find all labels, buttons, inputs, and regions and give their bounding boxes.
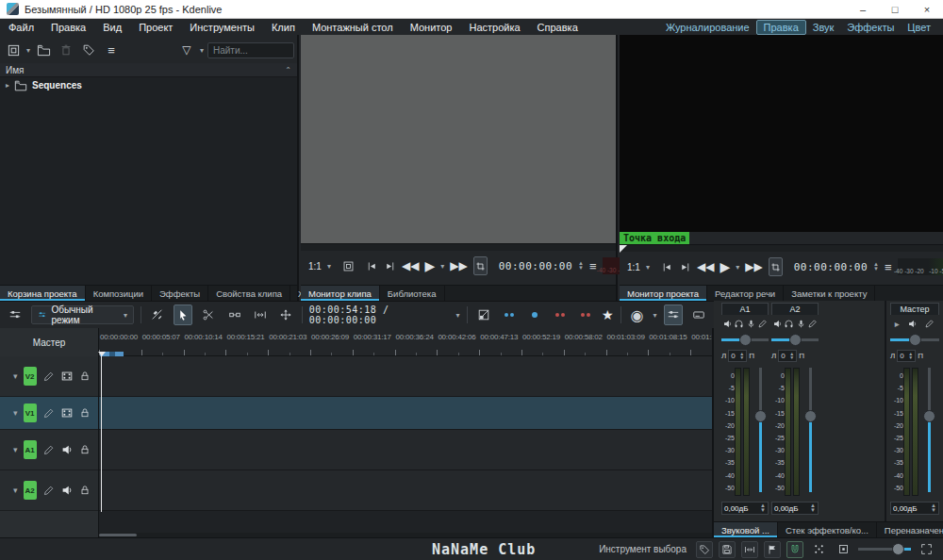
track-lane[interactable] [99, 356, 712, 397]
project-monitor-tab[interactable]: Заметки к проекту [784, 286, 875, 301]
gain-value-box[interactable]: 0,00дБ▲▼ [771, 502, 819, 515]
project-monitor-tab[interactable]: Монитор проекта [620, 286, 707, 301]
mute-icon[interactable] [907, 319, 918, 329]
show-effects-icon[interactable] [757, 319, 768, 329]
balance-knob[interactable] [789, 334, 802, 346]
master-track-label[interactable]: Мастер [0, 328, 98, 356]
menu-item[interactable]: Монтажный стол [304, 21, 402, 34]
track-badge[interactable]: V1 [24, 404, 37, 422]
zoom-slider-knob[interactable] [892, 543, 904, 555]
audio-track-icon[interactable] [60, 443, 74, 456]
mute-icon[interactable] [772, 319, 783, 329]
fader-knob[interactable] [754, 410, 767, 422]
project-timecode[interactable]: 00:00:00:00 [794, 261, 868, 273]
mark-in-icon[interactable] [366, 256, 378, 275]
composite-icon[interactable] [474, 305, 493, 325]
mute-icon[interactable] [722, 319, 733, 329]
zone-mode-button[interactable] [473, 256, 488, 275]
pan-value-box[interactable]: 0▲▼ [897, 350, 916, 362]
project-monitor-menu-icon[interactable]: ≡ [885, 257, 892, 276]
bin-tab[interactable]: Эффекты [152, 286, 208, 301]
record-icon[interactable]: ◉ [627, 305, 646, 325]
search-input[interactable] [207, 42, 294, 58]
bin-tab[interactable]: Корзина проекта [0, 286, 86, 301]
maximize-button[interactable]: □ [879, 0, 911, 18]
collapse-track-icon[interactable]: ▾ [13, 371, 18, 381]
close-button[interactable]: × [911, 0, 943, 18]
mixer-toggle-button[interactable] [664, 305, 683, 325]
menu-item[interactable]: Клип [263, 21, 304, 34]
subtitle-toggle-button[interactable] [689, 305, 708, 325]
timeline-timecode[interactable]: 00:00:54:18 / 00:00:00:00 [309, 305, 450, 325]
rewind-button[interactable]: ◀◀ [697, 260, 714, 273]
edit-mode-dropdown[interactable]: Обычный режим ▾ [31, 305, 134, 324]
menu-item[interactable]: Монитор [402, 21, 461, 34]
fit-zoom-button[interactable] [834, 540, 852, 559]
track-header[interactable]: ▾ V1 [0, 397, 98, 430]
clip-monitor-tab[interactable]: Библиотека [380, 286, 445, 301]
fader-knob[interactable] [804, 410, 817, 422]
snap-magnet-button[interactable] [786, 541, 803, 558]
channel-label[interactable]: Мастер [890, 303, 939, 315]
forward-button[interactable]: ▶▶ [450, 259, 467, 272]
mark-out-icon[interactable] [384, 256, 396, 275]
flag-button[interactable] [764, 541, 781, 558]
overwrite-zone-icon[interactable] [525, 305, 544, 325]
timeline-zoom-slider[interactable] [858, 543, 911, 555]
track-settings-icon[interactable] [6, 305, 25, 325]
monitor-headphones-icon[interactable] [734, 319, 744, 329]
bin-tab[interactable]: Свойства клипа [208, 286, 290, 301]
play-dropdown-icon[interactable]: ▾ [440, 262, 444, 271]
balance-slider[interactable] [771, 333, 819, 346]
volume-fader[interactable] [753, 366, 768, 498]
project-monitor-tab[interactable]: Редактор речи [707, 286, 784, 301]
record-mic-icon[interactable] [746, 319, 756, 329]
extract-zone-icon[interactable] [551, 305, 570, 325]
menu-item[interactable]: Проект [130, 21, 181, 34]
workspace-tab[interactable]: Цвет [901, 21, 937, 34]
track-badge[interactable]: V2 [24, 367, 37, 386]
timeline-ruler[interactable]: 00:00:00:0000:00:05:0700:00:10:1400:00:1… [99, 328, 712, 356]
fader-knob[interactable] [923, 410, 935, 422]
show-effects-icon[interactable] [807, 319, 818, 329]
audio-track-icon[interactable] [60, 484, 74, 497]
track-header[interactable]: ▾ A2 [0, 470, 98, 511]
mark-out-icon[interactable] [679, 257, 691, 276]
scroll-thumb[interactable] [99, 534, 137, 536]
bin-tab[interactable]: Композиции [86, 286, 152, 301]
track-lanes[interactable] [99, 356, 712, 511]
gain-value-box[interactable]: 0,00дБ▲▼ [890, 502, 939, 515]
mixer-tab[interactable]: Стек эффектов/ко... [778, 522, 877, 537]
collapse-mixer-icon[interactable]: ▸ [895, 319, 900, 329]
minimize-button[interactable]: – [847, 0, 879, 18]
menu-item[interactable]: Справка [529, 21, 587, 34]
menu-item[interactable]: Вид [94, 21, 130, 34]
razor-tool-button[interactable] [199, 305, 218, 325]
tag-toggle-button[interactable] [696, 541, 713, 558]
bin-column-header[interactable]: Имя ⌃ [0, 63, 297, 77]
volume-fader[interactable] [921, 366, 936, 498]
clip-monitor-ruler[interactable] [301, 243, 616, 251]
workspace-tab[interactable]: Звук [806, 21, 841, 34]
workspace-tab[interactable]: Правка [756, 20, 806, 35]
clip-timecode-spinner[interactable]: ▲▼ [578, 261, 584, 271]
pan-value-box[interactable]: 0▲▼ [728, 350, 747, 362]
add-clip-button[interactable] [4, 41, 23, 59]
workspace-tab[interactable]: Журналирование [659, 21, 756, 34]
balance-slider[interactable] [721, 333, 769, 346]
slip-tool-button[interactable] [251, 305, 270, 325]
channel-label[interactable]: A1 [721, 303, 769, 315]
lift-zone-icon[interactable] [576, 305, 595, 325]
video-track-icon[interactable] [60, 406, 74, 420]
lock-track-icon[interactable] [79, 444, 91, 455]
selection-tool-button[interactable] [174, 305, 192, 325]
forward-button[interactable]: ▶▶ [745, 260, 762, 273]
gain-value-box[interactable]: 0,00дБ▲▼ [721, 502, 769, 515]
resize-mode-button[interactable] [741, 541, 758, 558]
spacer-tool-button[interactable] [224, 305, 243, 325]
tag-button[interactable] [79, 41, 98, 59]
track-badge[interactable]: A2 [24, 481, 37, 500]
project-zoom-dropdown-icon[interactable]: ▾ [646, 263, 650, 272]
clip-monitor-video[interactable] [301, 35, 616, 243]
play-dropdown-icon[interactable]: ▾ [736, 263, 739, 272]
